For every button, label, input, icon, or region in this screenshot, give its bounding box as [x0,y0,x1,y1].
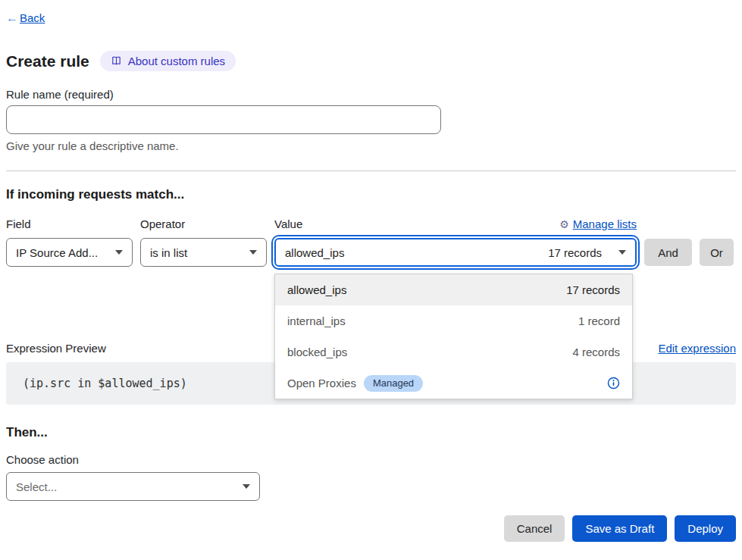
condition-labels-row: Field Operator Value ⚙︎ Manage lists [6,217,736,232]
field-label: Field [6,217,133,232]
list-option-name: internal_ips [287,314,346,327]
list-option-name: Open Proxies [287,377,356,389]
section-divider [6,171,736,171]
or-button[interactable]: Or [700,239,734,266]
condition-controls-row: IP Source Add... is in list allowed_ips … [6,238,736,267]
footer-actions: Cancel Save as Draft Deploy [6,515,736,542]
chevron-down-icon [115,250,123,255]
operator-select-value: is in list [150,246,187,259]
list-option-internal-ips[interactable]: internal_ips 1 record [275,305,632,336]
field-select[interactable]: IP Source Add... [6,238,133,267]
rule-name-label: Rule name (required) [6,87,736,102]
value-select-value: allowed_ips [285,246,344,259]
rule-name-input[interactable] [6,105,441,134]
list-option-open-proxies[interactable]: Open Proxies Managed [275,368,632,399]
back-link[interactable]: ← Back [6,11,45,26]
list-option-records: 1 record [578,314,620,327]
about-custom-rules-label: About custom rules [128,55,225,67]
cancel-button[interactable]: Cancel [504,515,565,542]
chevron-down-icon [243,484,250,489]
book-icon [111,55,122,67]
field-select-value: IP Source Add... [16,246,98,259]
create-rule-page: ← Back Create rule About custom rules Ru… [0,0,742,542]
value-select[interactable]: allowed_ips 17 records [274,238,637,267]
and-button[interactable]: And [644,239,692,266]
page-title: Create rule [6,50,89,72]
list-option-allowed-ips[interactable]: allowed_ips 17 records [275,274,632,305]
chevron-down-icon [618,250,626,255]
rule-name-helper: Give your rule a descriptive name. [6,139,736,154]
manage-lists-link[interactable]: ⚙︎ Manage lists [559,217,637,232]
page-header: Create rule About custom rules [6,50,736,72]
list-option-blocked-ips[interactable]: blocked_ips 4 records [275,336,632,368]
then-heading: Then... [6,424,736,441]
about-custom-rules-link[interactable]: About custom rules [100,51,236,71]
value-select-wrap: allowed_ips 17 records allowed_ips 17 re… [274,238,637,267]
list-option-name: blocked_ips [287,346,347,358]
lists-dropdown-menu: allowed_ips 17 records internal_ips 1 re… [274,274,633,399]
save-as-draft-button[interactable]: Save as Draft [572,515,667,542]
value-label: Value [274,217,302,232]
operator-label: Operator [140,217,267,232]
choose-action-label: Choose action [6,452,736,468]
operator-select[interactable]: is in list [140,238,267,267]
managed-badge: Managed [364,375,423,392]
match-heading: If incoming requests match... [6,186,736,203]
list-option-records: 4 records [572,346,620,358]
action-select-placeholder: Select... [16,480,57,493]
expression-preview-label: Expression Preview [6,341,106,356]
back-label: Back [20,11,45,26]
manage-lists-label: Manage lists [573,217,637,232]
gear-icon: ⚙︎ [559,219,569,230]
info-icon[interactable] [607,377,620,389]
list-option-name: allowed_ips [287,283,346,296]
action-select[interactable]: Select... [6,472,260,501]
edit-expression-link[interactable]: Edit expression [658,341,736,356]
back-arrow-icon: ← [6,11,18,26]
chevron-down-icon [249,250,257,255]
expression-code: (ip.src in $allowed_ips) [23,377,187,390]
value-select-records: 17 records [548,246,602,259]
list-option-records: 17 records [566,283,620,296]
deploy-button[interactable]: Deploy [675,515,736,542]
